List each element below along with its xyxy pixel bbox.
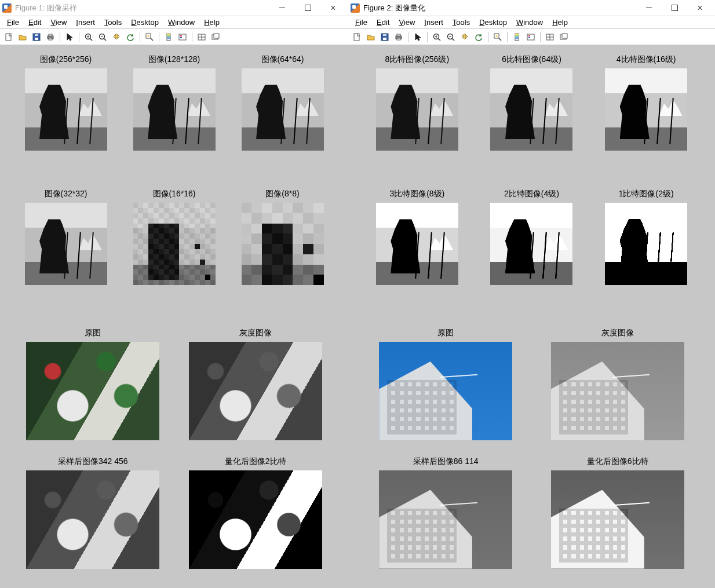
figure1-titlebar[interactable]: Figure 1: 图像采样 × (0, 0, 348, 16)
panel-bl-canvas[interactable]: 原图灰度图像采样后图像342 456量化后图像2比特 (0, 326, 348, 588)
maximize-button[interactable] (295, 0, 320, 16)
image-display (490, 68, 572, 151)
menu-desktop[interactable]: Desktop (475, 17, 512, 28)
image-display (490, 203, 572, 285)
subplot-title: 6比特图像(64级) (502, 54, 561, 65)
figure2-titlebar[interactable]: Figure 2: 图像量化 × (348, 0, 715, 16)
maximize-button[interactable] (662, 0, 687, 16)
zoom-in-button[interactable] (82, 31, 95, 43)
subplot-title: 图像(32*32) (45, 189, 87, 199)
figure2-title: Figure 2: 图像量化 (363, 3, 425, 13)
legend-button[interactable] (176, 31, 189, 43)
open-icon (18, 32, 27, 42)
subplot-title: 图像(16*16) (153, 189, 196, 199)
toolbar-separator (408, 32, 408, 42)
zoom-out-button[interactable] (444, 31, 457, 43)
pointer-button[interactable] (63, 31, 76, 43)
panel-bottom-right: 原图灰度图像采样后图像86 114量化后图像6比特 (348, 326, 715, 588)
subplot-title: 原图 (85, 328, 101, 338)
image-display (189, 342, 322, 440)
menu-view[interactable]: View (394, 17, 419, 28)
subplot: 采样后图像86 114 (360, 454, 532, 583)
zoom-in-icon (432, 32, 442, 42)
print-button[interactable] (44, 31, 57, 43)
subplot-title: 灰度图像 (239, 328, 272, 338)
float-button[interactable] (557, 31, 570, 43)
subplot: 2比特图像(4级) (475, 185, 589, 320)
menu-help[interactable]: Help (548, 17, 572, 28)
tile-icon (545, 32, 555, 42)
menu-tools[interactable]: Tools (100, 17, 126, 28)
colorbar-button[interactable] (162, 31, 175, 43)
menu-help[interactable]: Help (199, 17, 224, 28)
figure2-canvas[interactable]: 8比特图像(256级)6比特图像(64级)4比特图像(16级)3比特图像(8级)… (348, 45, 715, 326)
tile-button[interactable] (195, 31, 208, 43)
new-button[interactable] (351, 31, 363, 43)
legend-icon (178, 32, 187, 42)
menu-insert[interactable]: Insert (71, 17, 100, 28)
zoom-out-icon (446, 32, 455, 42)
subplot: 6比特图像(64级) (475, 51, 589, 185)
pointer-button[interactable] (411, 31, 424, 43)
new-icon (4, 32, 13, 42)
menu-file[interactable]: File (2, 17, 24, 28)
panel-br-canvas[interactable]: 原图灰度图像采样后图像86 114量化后图像6比特 (348, 326, 715, 588)
menu-window[interactable]: Window (512, 17, 548, 28)
open-button[interactable] (16, 31, 29, 43)
new-button[interactable] (2, 31, 15, 43)
minimize-button[interactable] (636, 0, 662, 16)
new-icon (352, 32, 362, 42)
print-icon (394, 32, 403, 42)
menu-desktop[interactable]: Desktop (126, 17, 163, 28)
subplot: 量化后图像6比特 (532, 454, 704, 583)
menu-window[interactable]: Window (163, 17, 199, 28)
menu-insert[interactable]: Insert (419, 17, 448, 28)
rotate-icon (474, 32, 483, 42)
colorbar-button[interactable] (510, 31, 523, 43)
close-button[interactable]: × (320, 0, 346, 16)
subplot-title: 图像(128*128) (148, 54, 200, 65)
subplot-title: 采样后图像86 114 (413, 456, 479, 467)
toolbar-separator (488, 32, 488, 42)
image-display (25, 203, 107, 285)
figure1-canvas[interactable]: 图像(256*256)图像(128*128)图像(64*64)图像(32*32)… (0, 45, 348, 326)
zoom-out-button[interactable] (96, 31, 109, 43)
rotate-button[interactable] (124, 31, 137, 43)
minimize-button[interactable] (269, 0, 295, 16)
figure2-window: Figure 2: 图像量化 × FileEditViewInsertTools… (348, 0, 715, 326)
save-button[interactable] (30, 31, 43, 43)
image-display (605, 68, 687, 151)
data-cursor-icon (145, 32, 154, 42)
pan-icon (460, 32, 469, 42)
menu-edit[interactable]: Edit (372, 17, 394, 28)
zoom-out-icon (98, 32, 107, 42)
rotate-button[interactable] (472, 31, 485, 43)
toolbar-separator (507, 32, 508, 42)
tile-button[interactable] (543, 31, 556, 43)
legend-button[interactable] (524, 31, 537, 43)
subplot: 图像(16*16) (120, 185, 228, 320)
menu-view[interactable]: View (46, 17, 71, 28)
subplot: 4比特图像(16级) (589, 51, 703, 185)
data-cursor-button[interactable] (143, 31, 156, 43)
save-button[interactable] (378, 31, 391, 43)
data-cursor-button[interactable] (491, 31, 504, 43)
subplot: 3比特图像(8级) (360, 185, 475, 320)
subplot-title: 图像(8*8) (265, 189, 299, 199)
open-icon (366, 32, 375, 42)
zoom-in-button[interactable] (431, 31, 443, 43)
subplot-title: 4比特图像(16级) (616, 54, 676, 65)
image-display (26, 470, 159, 569)
print-button[interactable] (392, 31, 405, 43)
close-button[interactable]: × (687, 0, 713, 16)
pan-button[interactable] (458, 31, 471, 43)
open-button[interactable] (364, 31, 377, 43)
pan-button[interactable] (110, 31, 123, 43)
subplot: 灰度图像 (532, 326, 704, 454)
float-button[interactable] (209, 31, 222, 43)
float-icon (559, 32, 568, 42)
toolbar-separator (427, 32, 428, 42)
menu-edit[interactable]: Edit (24, 17, 46, 28)
menu-file[interactable]: File (351, 17, 372, 28)
menu-tools[interactable]: Tools (448, 17, 475, 28)
